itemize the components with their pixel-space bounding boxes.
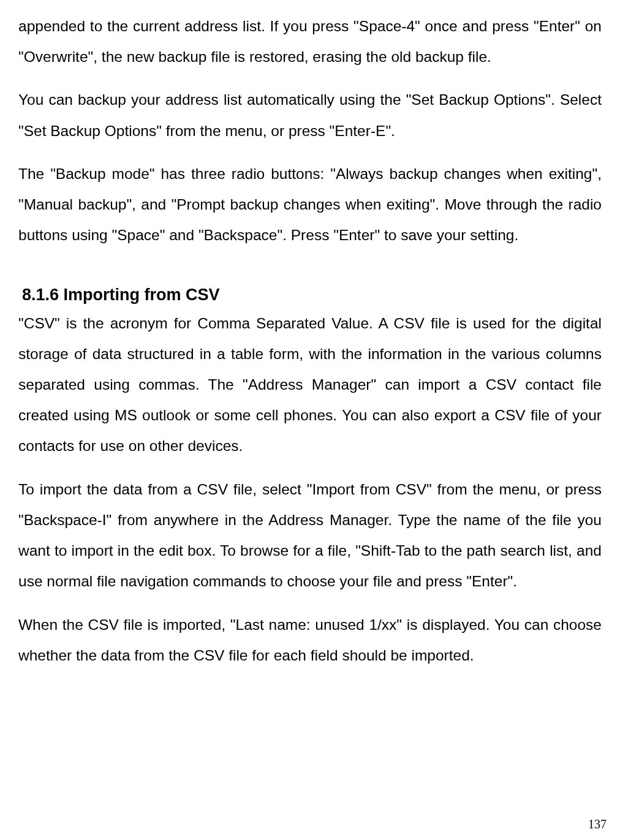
document-page: appended to the current address list. If…: [0, 0, 620, 840]
section-heading: 8.1.6 Importing from CSV: [22, 286, 602, 305]
body-paragraph: "CSV" is the acronym for Comma Separated…: [18, 308, 602, 462]
body-paragraph: You can backup your address list automat…: [18, 85, 602, 146]
page-number: 137: [588, 817, 607, 831]
body-paragraph: The "Backup mode" has three radio button…: [18, 159, 602, 251]
body-paragraph: To import the data from a CSV file, sele…: [18, 474, 602, 597]
body-paragraph: When the CSV file is imported, "Last nam…: [18, 610, 602, 671]
body-paragraph: appended to the current address list. If…: [18, 11, 602, 72]
